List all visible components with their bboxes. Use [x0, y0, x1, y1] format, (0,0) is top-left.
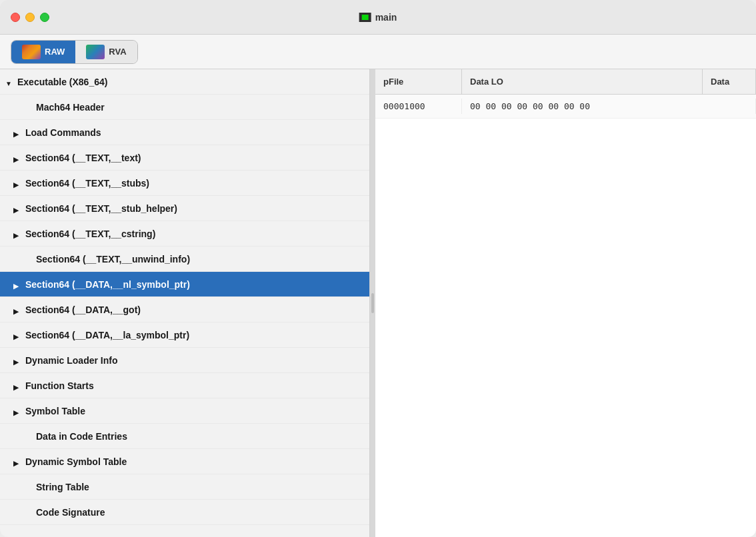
tree-item-label: Data in Code Entries — [36, 431, 127, 442]
right-chevron-icon — [13, 204, 23, 213]
right-chevron-icon — [13, 153, 23, 163]
no-chevron-spacer — [24, 482, 33, 492]
app-icon — [359, 13, 371, 22]
tree-item-section64-text-cstring[interactable]: Section64 (__TEXT,__cstring) — [0, 221, 369, 247]
data-panel: pFile Data LO Data 0000100000 00 00 00 0… — [375, 69, 756, 537]
tree-item-label: Section64 (__TEXT,__stub_helper) — [25, 203, 177, 214]
tree-item-data-in-code-entries[interactable]: Data in Code Entries — [0, 424, 369, 449]
right-chevron-icon — [13, 457, 23, 466]
titlebar: main — [0, 0, 756, 35]
tree-item-section64-data-got[interactable]: Section64 (__DATA,__got) — [0, 297, 369, 322]
right-chevron-icon — [13, 305, 23, 314]
tree-item-code-signature[interactable]: Code Signature — [0, 500, 369, 525]
right-chevron-icon — [13, 330, 23, 340]
right-chevron-icon — [13, 179, 23, 188]
tree-item-load-commands[interactable]: Load Commands — [0, 120, 369, 145]
tree-item-section64-data-nl-symbol-ptr[interactable]: Section64 (__DATA,__nl_symbol_ptr) — [0, 272, 369, 297]
no-chevron-spacer — [24, 432, 33, 441]
cell-pfile: 00001000 — [375, 99, 462, 114]
rva-segment-button[interactable]: RVA — [75, 41, 137, 63]
tree-panel[interactable]: Executable (X86_64)Mach64 HeaderLoad Com… — [0, 69, 370, 537]
rva-label: RVA — [109, 47, 126, 57]
right-chevron-icon — [13, 406, 23, 416]
raw-thumb-icon — [22, 45, 41, 59]
no-chevron-spacer — [24, 508, 33, 517]
cell-datalo: 00 00 00 00 00 00 00 00 — [462, 99, 756, 114]
tree-item-label: Dynamic Loader Info — [25, 355, 117, 366]
tree-item-symbol-table[interactable]: Symbol Table — [0, 398, 369, 424]
col-pfile-header: pFile — [375, 69, 462, 94]
tree-item-dynamic-loader-info[interactable]: Dynamic Loader Info — [0, 348, 369, 373]
tree-item-label: Section64 (__DATA,__got) — [25, 304, 141, 315]
raw-segment-button[interactable]: RAW — [11, 41, 75, 63]
resize-handle[interactable] — [370, 69, 375, 537]
minimize-button[interactable] — [25, 13, 35, 22]
tree-item-label: String Table — [36, 482, 89, 492]
tree-item-function-starts[interactable]: Function Starts — [0, 373, 369, 398]
col-datalo-header: Data LO — [462, 69, 703, 94]
col-data-header: Data — [703, 69, 756, 94]
tree-item-section64-text-text[interactable]: Section64 (__TEXT,__text) — [0, 145, 369, 171]
tree-item-mach64-header[interactable]: Mach64 Header — [0, 95, 369, 120]
raw-label: RAW — [45, 47, 65, 57]
right-chevron-icon — [13, 381, 23, 390]
right-chevron-icon — [13, 128, 23, 137]
tree-item-label: Mach64 Header — [36, 102, 105, 113]
resize-dot-icon — [371, 293, 374, 313]
segment-control[interactable]: RAW RVA — [11, 40, 138, 64]
window-title-text: main — [375, 12, 397, 23]
tree-item-label: Section64 (__TEXT,__cstring) — [25, 229, 155, 239]
tree-item-label: Function Starts — [25, 380, 94, 391]
right-chevron-icon — [13, 356, 23, 365]
tree-item-label: Section64 (__TEXT,__stubs) — [25, 178, 149, 189]
tree-item-section64-text-stubs[interactable]: Section64 (__TEXT,__stubs) — [0, 171, 369, 196]
table-row[interactable]: 0000100000 00 00 00 00 00 00 00 — [375, 95, 756, 119]
rva-thumb-icon — [86, 45, 105, 59]
down-chevron-icon — [5, 77, 15, 87]
tree-item-label: Section64 (__DATA,__nl_symbol_ptr) — [25, 279, 190, 290]
tree-item-section64-data-la-symbol-ptr[interactable]: Section64 (__DATA,__la_symbol_ptr) — [0, 322, 369, 348]
tree-item-label: Load Commands — [25, 127, 101, 138]
no-chevron-spacer — [24, 255, 33, 264]
maximize-button[interactable] — [40, 13, 49, 22]
tree-item-label: Symbol Table — [25, 406, 85, 416]
window-title: main — [359, 12, 397, 23]
tree-item-string-table[interactable]: String Table — [0, 474, 369, 500]
traffic-lights — [11, 13, 49, 22]
tree-item-section64-text-unwind-info[interactable]: Section64 (__TEXT,__unwind_info) — [0, 247, 369, 272]
tree-item-label: Executable (X86_64) — [17, 77, 107, 87]
toolbar: RAW RVA — [0, 35, 756, 69]
tree-item-label: Section64 (__TEXT,__text) — [25, 153, 141, 163]
no-chevron-spacer — [24, 103, 33, 112]
table-body: 0000100000 00 00 00 00 00 00 00 — [375, 95, 756, 537]
tree-item-label: Section64 (__TEXT,__unwind_info) — [36, 254, 190, 265]
close-button[interactable] — [11, 13, 20, 22]
right-chevron-icon — [13, 229, 23, 239]
table-header: pFile Data LO Data — [375, 69, 756, 95]
tree-item-label: Dynamic Symbol Table — [25, 456, 127, 467]
right-chevron-icon — [13, 280, 23, 289]
tree-item-label: Section64 (__DATA,__la_symbol_ptr) — [25, 330, 189, 340]
tree-item-dynamic-symbol-table[interactable]: Dynamic Symbol Table — [0, 449, 369, 474]
tree-item-section64-text-stub-helper[interactable]: Section64 (__TEXT,__stub_helper) — [0, 196, 369, 221]
main-content: Executable (X86_64)Mach64 HeaderLoad Com… — [0, 69, 756, 537]
tree-item-label: Code Signature — [36, 507, 105, 518]
tree-item-executable[interactable]: Executable (X86_64) — [0, 69, 369, 95]
